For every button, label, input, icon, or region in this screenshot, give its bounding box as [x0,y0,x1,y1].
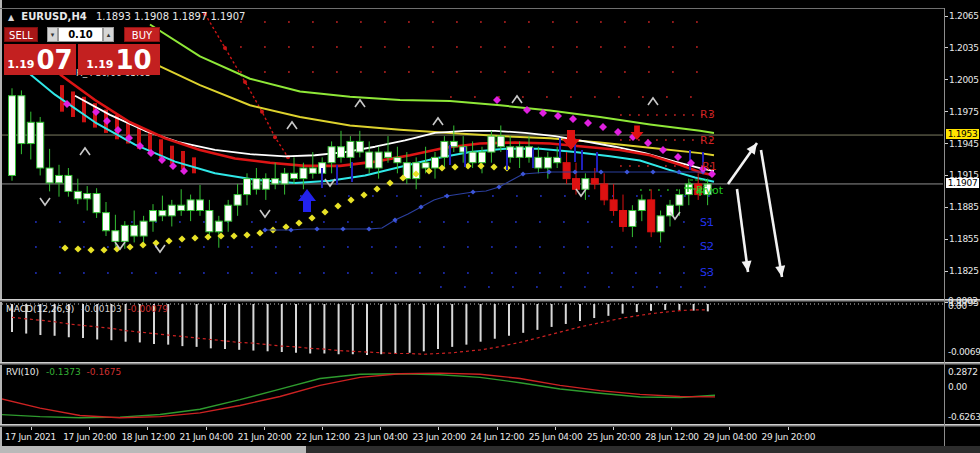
upper-band-green-line [150,25,714,133]
time-tick-mark [264,427,265,430]
candle-body [309,168,316,173]
candle-body [18,96,25,144]
blue-trail-dot [366,226,371,231]
yellow-diamond [360,191,367,198]
candle-body [591,179,598,184]
candle-body [121,225,128,241]
volume-input[interactable] [58,27,103,42]
price-scale[interactable]: 1.20651.20351.20051.19751.19451.19151.18… [945,8,980,446]
yellow-diamond [321,208,328,215]
rvi-panel[interactable] [2,365,944,424]
candle-body [291,173,298,178]
magenta-diamond [674,153,682,161]
time-tick-label: 18 Jun 12:00 [121,432,175,442]
time-tick-label: 23 Jun 20:00 [412,432,466,442]
fractal-up-icon [648,98,658,105]
candle-body [187,200,194,211]
time-tick-mark [147,427,148,430]
red-ma-line [60,74,714,175]
magenta-diamond [659,146,667,154]
rvi-scale-zero: 0.00 [948,382,967,392]
price-tick-mark [945,207,948,208]
candle-body [375,152,382,168]
candle-body [347,141,354,157]
macd-scale-zero: 0.00 [948,301,967,311]
price-tick-label: 1.1885 [949,202,979,212]
candle-body [178,205,185,210]
arrow-up-icon: ▴ [107,31,111,39]
time-tick-mark [31,427,32,430]
red-dot [243,80,247,84]
time-tick-label: 17 Jun 20:00 [63,432,117,442]
price-tick-label: 1.1975 [949,107,979,117]
candle-body [554,157,561,162]
price-tick-mark [945,16,948,17]
pivot-label-s1: S1 [700,216,714,229]
blue-trail-dot [418,204,423,209]
magenta-diamond [584,119,592,127]
blue-trail-dot [444,193,449,198]
chart-title: ▲ EURUSD,H4 1.1893 1.1908 1.1897 1.1907 [8,11,245,22]
buy-price-button[interactable]: 1.19 10 [78,44,160,75]
sell-price-button[interactable]: 1.19 07 [4,44,76,75]
candle-body [253,179,260,190]
volume-decrease-button[interactable]: ▾ [47,27,58,42]
yellow-diamond [334,202,341,209]
price-tick-label: 1.2035 [949,43,979,53]
candle-body [244,179,251,195]
candle-body [629,211,636,227]
yellow-diamond [256,229,263,236]
volume-increase-button[interactable]: ▴ [103,27,114,42]
yellow-diamond [347,196,354,203]
candle-body [328,147,335,163]
panel-separator[interactable] [0,362,980,365]
candle-body [479,152,486,163]
time-tick-label: 21 Jun 20:00 [238,432,292,442]
candle-body [234,195,241,206]
pivot-label-r1: R1 [702,160,717,173]
fractal-down-icon [260,210,270,217]
blue-trail-dot [288,227,293,232]
yellow-diamond [100,246,107,253]
time-tick-label: 29 Jun 20:00 [762,432,816,442]
pivot-label-r3: R3 [700,108,715,121]
chart-symbol-icon: ▲ [8,13,14,22]
time-tick-mark [729,427,730,430]
yellow-diamond [477,162,484,169]
time-tick-label: 28 Jun 12:00 [645,432,699,442]
time-tick-label: 25 Jun 04:00 [529,432,583,442]
candle-body [206,211,213,232]
mt4-window: R3R2R1PivotS1S2S3 ▲ EURUSD,H4 1.1893 1.1… [0,0,980,453]
yellow-diamond [373,185,380,192]
pivot-label-s2: S2 [700,240,714,253]
fractal-up-icon [80,148,90,155]
buy-price-small: 1.19 [86,58,113,71]
trend-arrow-line [737,189,748,272]
arrow-down-icon: ▾ [51,31,55,39]
candle-body [535,157,542,168]
price-badge: 1.1907 [946,178,979,188]
candle-body [676,195,683,206]
panel-separator[interactable] [0,299,980,302]
candle-body [84,194,91,199]
trend-arrow-line [761,150,782,277]
candle-body [262,179,269,190]
status-strip-dark [306,446,980,453]
buy-button[interactable]: BUY [124,27,160,42]
rvi-scale-lower: -0.6263 [948,412,980,422]
macd-name: MACD(12,26,9) [6,304,74,314]
yellow-diamond [451,163,458,170]
candle-body [573,179,580,190]
candle-body [356,141,363,152]
blue-trail-dot [314,226,319,231]
fractal-up-icon [433,118,443,125]
yellow-diamond [139,241,146,248]
fractal-up-icon [355,100,365,107]
price-tick-label: 1.2005 [949,75,979,85]
candle-body [9,96,16,176]
red-band-bar [181,151,185,169]
red-band-bar [71,91,75,117]
candle-body [168,205,175,216]
time-axis[interactable]: 17 Jun 202117 Jun 20:0018 Jun 12:0021 Ju… [0,427,944,446]
sell-button[interactable]: SELL [4,27,38,42]
